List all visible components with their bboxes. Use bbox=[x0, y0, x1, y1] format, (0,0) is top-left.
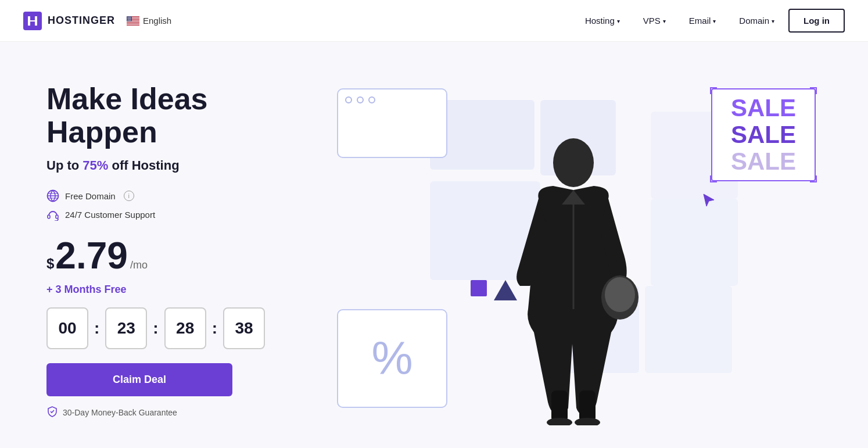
nav-domain[interactable]: Domain ▾ bbox=[730, 11, 784, 30]
chevron-down-icon: ▾ bbox=[617, 18, 620, 24]
free-domain-text: Free Domain bbox=[65, 191, 116, 201]
dot-1 bbox=[345, 96, 352, 103]
hero-title: Make Ideas Happen bbox=[46, 83, 325, 149]
guarantee: 30-Day Money-Back Guarantee bbox=[46, 406, 325, 420]
svg-point-17 bbox=[130, 17, 131, 18]
mini-square-purple-1 bbox=[471, 280, 487, 296]
percent-symbol: % bbox=[371, 335, 413, 382]
percent-box: % bbox=[337, 309, 447, 408]
svg-point-10 bbox=[128, 17, 129, 17]
separator-2: : bbox=[153, 319, 158, 338]
free-months: + 3 Months Free bbox=[46, 284, 325, 296]
navbar-right: Hosting ▾ VPS ▾ Email ▾ Domain ▾ Log in bbox=[576, 9, 845, 33]
svg-point-23 bbox=[128, 19, 128, 20]
svg-point-9 bbox=[127, 17, 128, 17]
nav-vps[interactable]: VPS ▾ bbox=[634, 11, 675, 30]
svg-point-29 bbox=[129, 20, 130, 21]
svg-point-12 bbox=[130, 17, 131, 17]
claim-deal-button[interactable]: Claim Deal bbox=[46, 363, 232, 396]
shield-icon bbox=[46, 406, 58, 420]
svg-point-40 bbox=[547, 418, 572, 425]
left-panel: Make Ideas Happen Up to 75% off Hosting … bbox=[46, 83, 325, 420]
svg-point-15 bbox=[128, 17, 129, 18]
corner-br bbox=[810, 175, 817, 182]
corner-tr bbox=[810, 87, 817, 94]
svg-rect-7 bbox=[127, 24, 139, 24]
price-amount: 2.79 bbox=[55, 237, 128, 274]
svg-rect-5 bbox=[127, 21, 139, 21]
currency-symbol: $ bbox=[46, 256, 54, 272]
corner-tl bbox=[710, 87, 717, 94]
svg-point-22 bbox=[131, 19, 131, 19]
svg-point-11 bbox=[129, 17, 130, 17]
svg-point-18 bbox=[127, 19, 128, 19]
countdown-milliseconds: 38 bbox=[223, 307, 265, 349]
dot-3 bbox=[368, 96, 375, 103]
logo-text: HOSTINGER bbox=[48, 15, 115, 27]
headset-icon bbox=[46, 208, 59, 221]
svg-point-37 bbox=[605, 277, 635, 312]
cursor-icon bbox=[701, 193, 717, 213]
navbar: HOSTINGER bbox=[0, 0, 868, 42]
sale-text-3: SALE bbox=[731, 148, 796, 175]
countdown-seconds: 28 bbox=[164, 307, 206, 349]
guarantee-text: 30-Day Money-Back Guarantee bbox=[63, 408, 177, 417]
support-text: 24/7 Customer Support bbox=[65, 210, 155, 220]
separator-3: : bbox=[212, 319, 217, 338]
navbar-left: HOSTINGER bbox=[23, 12, 171, 30]
separator-1: : bbox=[94, 319, 99, 338]
nav-email[interactable]: Email ▾ bbox=[680, 11, 726, 30]
countdown-minutes: 23 bbox=[105, 307, 147, 349]
person-figure bbox=[486, 123, 661, 425]
globe-icon bbox=[46, 189, 59, 202]
svg-point-24 bbox=[128, 19, 129, 20]
main-content: Make Ideas Happen Up to 75% off Hosting … bbox=[0, 42, 868, 448]
svg-rect-38 bbox=[551, 390, 568, 422]
svg-point-27 bbox=[127, 20, 128, 21]
price-row: $ 2.79 /mo bbox=[46, 237, 325, 274]
sale-text-2: SALE bbox=[731, 121, 796, 148]
corner-bl bbox=[710, 175, 717, 182]
subtitle-prefix: Up to bbox=[46, 158, 83, 173]
svg-rect-39 bbox=[579, 390, 596, 422]
info-icon[interactable]: i bbox=[124, 191, 134, 201]
hostinger-logo-icon bbox=[23, 12, 42, 30]
svg-point-13 bbox=[131, 17, 131, 17]
countdown-timer: 00 : 23 : 28 : 38 bbox=[46, 307, 325, 349]
hero-subtitle: Up to 75% off Hosting bbox=[46, 158, 325, 173]
language-selector[interactable]: English bbox=[127, 16, 171, 26]
hero-illustration: % SALE SALE SALE bbox=[325, 77, 822, 425]
price-period: /mo bbox=[130, 259, 148, 271]
features-list: Free Domain i 24/7 Customer Support bbox=[46, 189, 325, 221]
chevron-down-icon: ▾ bbox=[713, 18, 716, 24]
countdown-hours: 00 bbox=[46, 307, 88, 349]
nav-hosting[interactable]: Hosting ▾ bbox=[576, 11, 629, 30]
subtitle-suffix: off Hosting bbox=[108, 158, 179, 173]
right-panel: % SALE SALE SALE bbox=[325, 77, 822, 425]
feature-free-domain: Free Domain i bbox=[46, 189, 325, 202]
svg-point-21 bbox=[130, 19, 131, 19]
chevron-down-icon: ▾ bbox=[772, 18, 774, 24]
logo[interactable]: HOSTINGER bbox=[23, 12, 115, 30]
feature-support: 24/7 Customer Support bbox=[46, 208, 325, 221]
svg-point-26 bbox=[130, 19, 131, 20]
svg-point-25 bbox=[130, 19, 130, 20]
sale-box: SALE SALE SALE bbox=[711, 88, 816, 181]
svg-rect-6 bbox=[127, 23, 139, 23]
svg-point-20 bbox=[129, 19, 130, 19]
language-label: English bbox=[143, 16, 171, 26]
svg-point-28 bbox=[128, 20, 129, 21]
svg-point-35 bbox=[553, 138, 594, 187]
browser-mockup bbox=[337, 88, 447, 158]
chevron-down-icon: ▾ bbox=[663, 18, 666, 24]
sale-text-1: SALE bbox=[731, 95, 796, 121]
browser-dots bbox=[345, 96, 439, 103]
bg-square-6 bbox=[651, 199, 738, 286]
svg-point-16 bbox=[130, 17, 130, 18]
svg-point-19 bbox=[128, 19, 129, 19]
svg-point-41 bbox=[575, 418, 600, 425]
flag-icon bbox=[127, 16, 139, 26]
login-button[interactable]: Log in bbox=[788, 9, 845, 33]
svg-point-31 bbox=[131, 20, 131, 21]
svg-point-14 bbox=[128, 17, 128, 18]
